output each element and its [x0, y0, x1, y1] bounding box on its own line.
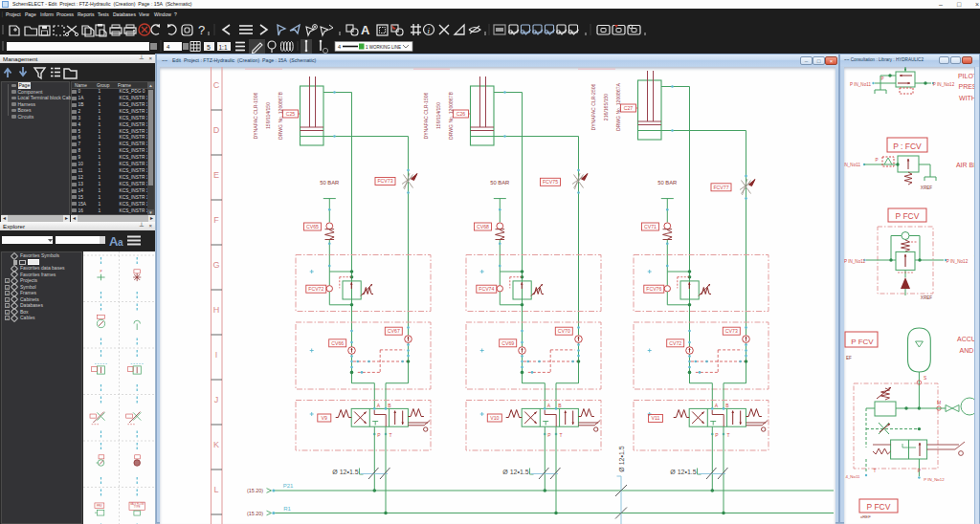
svg-text:M: M — [937, 400, 941, 405]
svg-text:P : FCV: P : FCV — [893, 142, 922, 151]
svg-text:159/114/150: 159/114/150 — [265, 102, 271, 129]
svg-text:P IN_No12: P IN_No12 — [933, 82, 955, 87]
svg-text:(15.20): (15.20) — [247, 511, 263, 516]
svg-text:P IN_No11: P IN_No11 — [850, 82, 871, 87]
svg-text:B: B — [558, 403, 562, 408]
svg-text:D: D — [213, 125, 220, 135]
svg-text:L: L — [213, 485, 218, 494]
svg-text:A: A — [377, 403, 381, 408]
svg-text:DRWG No. 1200867A: DRWG No. 1200867A — [615, 82, 621, 131]
svg-text:P: P — [875, 158, 878, 163]
svg-text:C27: C27 — [624, 105, 634, 111]
svg-text:T: T — [389, 432, 391, 438]
svg-text:E: E — [213, 170, 219, 180]
svg-text:xREF: xREF — [860, 514, 871, 519]
svg-text:CV67: CV67 — [388, 328, 400, 334]
svg-text:B: B — [725, 403, 729, 408]
svg-text:K: K — [213, 440, 219, 449]
svg-text:P IN_No12: P IN_No12 — [947, 259, 969, 264]
svg-text:CV73: CV73 — [725, 328, 738, 334]
svg-text:T: T — [559, 432, 562, 438]
svg-text:C25: C25 — [286, 111, 296, 117]
svg-text:P FCV: P FCV — [896, 211, 920, 221]
svg-text:TYPE: TYPE — [134, 505, 141, 509]
svg-text:50 BAR: 50 BAR — [490, 180, 509, 186]
svg-text:DYNAPAC CLR-2506: DYNAPAC CLR-2506 — [590, 83, 596, 130]
svg-text:CV69: CV69 — [501, 340, 514, 346]
svg-text:4_No11: 4_No11 — [845, 474, 860, 479]
svg-text:I: I — [215, 350, 218, 360]
svg-text:A: A — [361, 23, 370, 37]
svg-text:P IN_No11: P IN_No11 — [844, 163, 860, 167]
svg-text:F: F — [213, 215, 219, 225]
svg-text:AIR BL: AIR BL — [956, 162, 976, 168]
svg-text:A: A — [547, 403, 551, 408]
svg-text:XREF: XREF — [921, 295, 932, 300]
svg-text:C26: C26 — [457, 111, 466, 117]
svg-text:B: B — [388, 403, 391, 408]
svg-text:V10: V10 — [490, 415, 499, 421]
svg-text:P IN_No12: P IN_No12 — [924, 477, 945, 482]
svg-text:T: T — [874, 469, 877, 473]
svg-text:CV66: CV66 — [331, 340, 344, 346]
svg-text:FCV72: FCV72 — [308, 286, 323, 292]
svg-text:(15.20): (15.20) — [247, 488, 263, 493]
svg-text:P IN_No11: P IN_No11 — [844, 259, 865, 264]
svg-text:5: 5 — [207, 44, 211, 51]
svg-text:CV71: CV71 — [644, 224, 657, 229]
svg-text:?: ? — [198, 23, 205, 37]
svg-text:P: P — [880, 76, 883, 81]
svg-text:P: P — [547, 432, 551, 438]
svg-text:FCV77: FCV77 — [713, 185, 728, 190]
svg-text:V9: V9 — [322, 415, 327, 421]
svg-text:Ø 12•1.5: Ø 12•1.5 — [618, 446, 625, 471]
svg-text:50 BAR: 50 BAR — [657, 180, 677, 186]
svg-text:FCV75: FCV75 — [543, 179, 558, 185]
svg-text:ACCU: ACCU — [957, 336, 976, 342]
svg-text:DRWG No. 1200867B: DRWG No. 1200867B — [278, 91, 283, 140]
svg-text:4: 4 — [338, 44, 341, 50]
svg-text:EF: EF — [846, 356, 852, 360]
svg-text:V11: V11 — [652, 415, 660, 421]
svg-text:DYNAPAC CLR-1506: DYNAPAC CLR-1506 — [423, 92, 429, 139]
svg-text:159/114/150: 159/114/150 — [435, 102, 441, 129]
svg-text:a: a — [118, 237, 123, 248]
svg-text:R1: R1 — [283, 506, 291, 512]
svg-text:A: A — [715, 403, 719, 408]
svg-text:S: S — [924, 376, 926, 381]
svg-text:CV72: CV72 — [669, 340, 681, 346]
svg-text:Ø 12•1.5: Ø 12•1.5 — [502, 469, 528, 475]
svg-text:CV70: CV70 — [558, 328, 570, 334]
svg-text:50 BAR: 50 BAR — [320, 180, 339, 186]
svg-text:FCV73: FCV73 — [377, 178, 392, 184]
svg-text:P FCV: P FCV — [851, 338, 874, 346]
svg-text:1 WORKING LINE: 1 WORKING LINE — [366, 45, 401, 50]
svg-text:P: P — [377, 432, 381, 438]
svg-text:G: G — [212, 260, 219, 270]
svg-text:PRV: PRV — [97, 504, 102, 508]
svg-text:DRWG No. 1200867B: DRWG No. 1200867B — [448, 91, 454, 140]
svg-text:P: P — [715, 432, 719, 438]
svg-text:Ø 12•1.5: Ø 12•1.5 — [670, 469, 696, 475]
svg-text:DYNAPAC CLR-1506: DYNAPAC CLR-1506 — [253, 92, 258, 139]
svg-text:XREF: XREF — [921, 186, 932, 190]
svg-text:CV68: CV68 — [477, 224, 489, 229]
svg-text:AND: AND — [960, 347, 974, 354]
svg-text:Ø 12•1.5: Ø 12•1.5 — [332, 469, 358, 475]
svg-text:1:1: 1:1 — [219, 44, 228, 51]
svg-text:J: J — [214, 395, 219, 404]
svg-text:FCV74: FCV74 — [479, 286, 494, 292]
svg-text:P: P — [918, 469, 921, 473]
svg-text:P: P — [100, 270, 101, 273]
svg-text:H: H — [213, 305, 220, 315]
svg-text:FCV76: FCV76 — [646, 286, 661, 292]
svg-text:C: C — [213, 80, 220, 90]
svg-text:216/165/150: 216/165/150 — [603, 94, 609, 120]
svg-text:P21: P21 — [283, 483, 294, 489]
svg-text:T: T — [726, 432, 729, 438]
svg-text:P FCV: P FCV — [867, 502, 891, 512]
svg-text:CV65: CV65 — [306, 224, 319, 229]
